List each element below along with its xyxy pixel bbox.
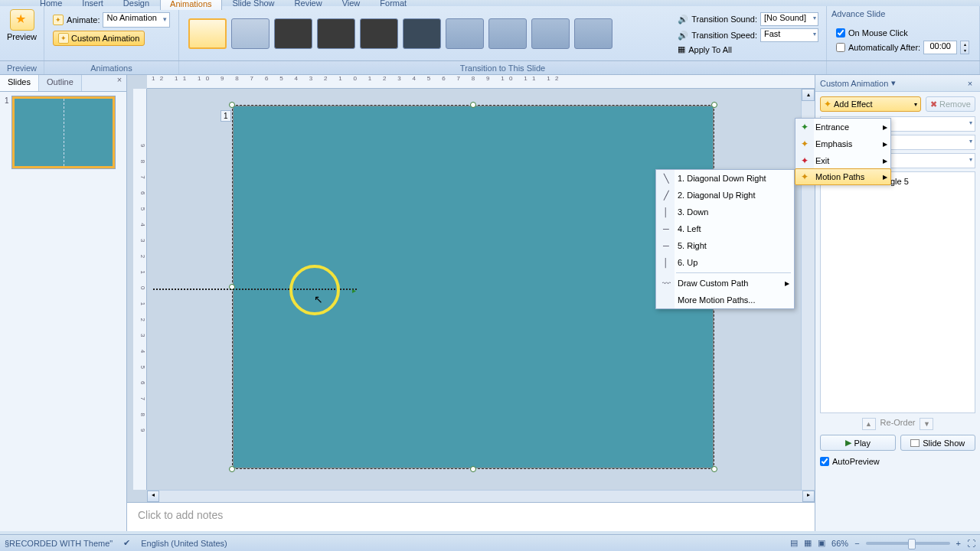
autopreview-checkbox[interactable] [820, 457, 829, 466]
path-diagonal-up-right[interactable]: ╱2. Diagonal Up Right [656, 187, 794, 204]
zoom-slider[interactable] [866, 542, 950, 545]
outline-tab[interactable]: Outline [39, 75, 82, 91]
draw-custom-path[interactable]: 〰Draw Custom Path▶ [656, 275, 794, 292]
thumb-number: 1 [5, 96, 9, 168]
motion-paths-submenu: ╲1. Diagonal Down Right ╱2. Diagonal Up … [655, 169, 795, 309]
apply-to-all-button[interactable]: Apply To All [688, 45, 732, 54]
diag-ur-icon: ╱ [660, 191, 672, 201]
fit-window-button[interactable]: ⛶ [967, 539, 975, 548]
add-effect-button[interactable]: ✦ Add Effect [820, 96, 921, 112]
menu-motion-paths[interactable]: ✦ Motion Paths▶ [795, 168, 891, 185]
group-preview-label: Preview [0, 61, 44, 74]
reorder-up-button[interactable]: ▲ [862, 418, 876, 430]
tab-design[interactable]: Design [114, 0, 158, 10]
handle-br[interactable] [711, 466, 717, 472]
tab-animations[interactable]: Animations [160, 0, 221, 10]
advance-slide-title: Advance Slide [831, 9, 885, 18]
zoom-value: 66% [831, 539, 848, 548]
handle-bl[interactable] [229, 466, 235, 472]
reorder-label: Re-Order [880, 418, 916, 430]
custom-animation-button[interactable]: ✦ Custom Animation [53, 31, 145, 46]
remove-effect-button[interactable]: ✖ Remove [926, 96, 975, 112]
path-diagonal-down-right[interactable]: ╲1. Diagonal Down Right [656, 170, 794, 187]
highlight-circle [289, 265, 340, 315]
transition-dissolve[interactable] [317, 18, 355, 49]
view-sorter-icon[interactable]: ▦ [804, 538, 812, 548]
tab-slideshow[interactable]: Slide Show [224, 0, 284, 10]
more-motion-paths[interactable]: More Motion Paths... [656, 292, 794, 308]
transition-uncover-down[interactable] [446, 18, 484, 49]
tab-insert[interactable]: Insert [73, 0, 113, 10]
view-slideshow-icon[interactable]: ▣ [818, 538, 825, 548]
handle-tl[interactable] [229, 102, 235, 108]
transition-speed-dropdown[interactable]: Fast [760, 28, 818, 42]
custom-animation-icon: ✦ [58, 33, 69, 44]
close-panel-button[interactable]: × [113, 75, 126, 91]
handle-bm[interactable] [470, 466, 476, 472]
view-normal-icon[interactable]: ▤ [790, 538, 798, 548]
notes-pane[interactable]: Click to add notes [127, 502, 815, 531]
tab-review[interactable]: Review [286, 0, 332, 10]
slide-thumbnail-1[interactable] [12, 96, 115, 168]
transition-wipe[interactable] [360, 18, 398, 49]
auto-after-time[interactable]: 00:00 [923, 41, 957, 54]
status-bar: §RECORDED WITH Theme" ✔ English (United … [0, 534, 980, 551]
animate-dropdown[interactable]: No Animation [103, 12, 169, 28]
tab-home[interactable]: Home [31, 0, 71, 10]
scroll-left-button[interactable]: ◂ [147, 491, 159, 502]
play-button[interactable]: ▶Play [820, 435, 896, 451]
auto-after-label: Automatically After: [848, 43, 920, 52]
zoom-in-button[interactable]: + [956, 539, 961, 548]
up-icon: │ [660, 258, 672, 267]
ribbon-group-labels: Preview Animations Transition to This Sl… [0, 61, 980, 75]
left-icon: ─ [660, 224, 672, 233]
reorder-down-button[interactable]: ▼ [920, 418, 933, 430]
transition-uncover-up[interactable] [574, 18, 612, 49]
on-mouse-click-label: On Mouse Click [848, 28, 908, 37]
time-spinner[interactable]: ▴▾ [960, 41, 969, 54]
pane-menu-button[interactable]: ▾ [888, 78, 899, 88]
path-left[interactable]: ─4. Left [656, 220, 794, 237]
ribbon: Preview ✦ Animate: No Animation ✦ Custom… [0, 6, 980, 61]
animation-list[interactable]: 1 🖱 Rectangle 5 [820, 171, 975, 413]
path-down[interactable]: │3. Down [656, 204, 794, 220]
slideshow-icon [910, 439, 920, 447]
slides-tab[interactable]: Slides [0, 75, 39, 91]
animate-icon: ✦ [53, 15, 64, 25]
transition-uncover-right[interactable] [531, 18, 570, 49]
handle-tm[interactable] [470, 102, 476, 108]
transition-sound-dropdown[interactable]: [No Sound] [760, 12, 818, 26]
pane-close-button[interactable]: × [965, 79, 975, 88]
cursor-icon: ↖ [314, 293, 323, 305]
path-right[interactable]: ─5. Right [656, 237, 794, 254]
transition-uncover-left[interactable] [488, 18, 527, 49]
transition-cut[interactable] [274, 18, 312, 49]
transition-random[interactable] [403, 18, 441, 49]
handle-tr[interactable] [711, 102, 717, 108]
auto-after-checkbox[interactable] [836, 43, 845, 52]
transition-none[interactable] [188, 18, 227, 49]
ribbon-tabs: Home Insert Design Animations Slide Show… [31, 0, 416, 10]
menu-entrance[interactable]: ✦ Entrance▶ [795, 119, 890, 135]
animate-label: Animate: [67, 15, 100, 24]
path-up[interactable]: │6. Up [656, 254, 794, 271]
on-mouse-click-checkbox[interactable] [836, 28, 845, 37]
motion-path-endpoint: ▸ [352, 286, 356, 295]
menu-emphasis[interactable]: ✦ Emphasis▶ [795, 135, 890, 152]
preview-button[interactable]: Preview [5, 9, 40, 41]
scroll-up-button[interactable]: ▴ [802, 89, 815, 101]
scribble-icon: 〰 [660, 279, 672, 288]
scroll-right-button[interactable]: ▸ [802, 491, 815, 502]
transition-speed-label: Transition Speed: [691, 31, 757, 40]
horizontal-scrollbar[interactable]: ◂ ▸ [147, 490, 815, 502]
slideshow-button[interactable]: Slide Show [900, 435, 976, 451]
tab-view[interactable]: View [333, 0, 370, 10]
menu-exit[interactable]: ✦ Exit▶ [795, 152, 890, 169]
transition-sound-label: Transition Sound: [691, 15, 757, 24]
tab-format[interactable]: Format [371, 0, 416, 10]
zoom-out-button[interactable]: − [854, 539, 859, 548]
transition-fade[interactable] [231, 18, 270, 49]
preview-label: Preview [7, 32, 37, 41]
spellcheck-icon[interactable]: ✔ [123, 538, 130, 548]
status-language[interactable]: English (United States) [141, 539, 227, 548]
